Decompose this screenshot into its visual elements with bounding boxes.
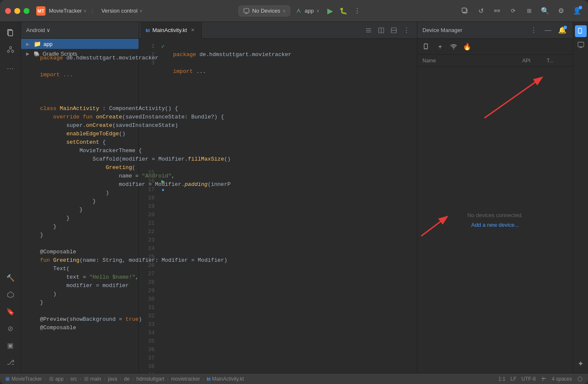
tab-filename: MainActivity.kt: [152, 27, 187, 33]
svg-rect-0: [244, 8, 249, 13]
device-manager-container: Device Manager ⋮ — 🔔 +: [417, 22, 588, 373]
layout-icon[interactable]: ⊞: [523, 5, 535, 17]
sync-icon[interactable]: ↺: [475, 5, 487, 17]
sidebar-item-structure[interactable]: [3, 42, 18, 57]
breadcrumb-main: main: [84, 376, 101, 382]
status-indent[interactable]: 4 spaces: [552, 376, 572, 382]
dm-more-button[interactable]: ⋮: [528, 25, 539, 36]
dm-fire-button[interactable]: 🔥: [461, 41, 473, 53]
tab-close-button[interactable]: ✕: [190, 27, 196, 34]
breadcrumb-sep-1: ›: [45, 376, 46, 382]
status-line-ending[interactable]: LF: [510, 376, 516, 382]
breadcrumb: M MovieTracker › app › src › main › java…: [5, 376, 495, 382]
dm-col-api: API: [522, 58, 543, 64]
sidebar-item-git[interactable]: ⎇: [3, 354, 18, 370]
search-icon[interactable]: 🔍: [539, 5, 551, 17]
breadcrumb-sep-8: ›: [203, 376, 204, 382]
breadcrumb-src: src: [70, 376, 77, 382]
sidebar-item-more[interactable]: …: [3, 59, 18, 74]
line-numbers: 1 2 3 15 16 17 18 19 20 21 22 23 24 25 2…: [139, 39, 158, 373]
titlebar-center: No Devices ∨ app ∨ ▶ 🐛 ⋮: [146, 5, 456, 17]
code-content[interactable]: package de.hdmstuttgart.movietracker imp…: [168, 39, 417, 373]
code-editor[interactable]: 1 2 3 15 16 17 18 19 20 21 22 23 24 25 2…: [139, 39, 417, 373]
device-icon: [243, 8, 250, 14]
breadcrumb-java: java: [108, 376, 117, 382]
file-tree-panel: Android ∨ ▶ 📁 app ▶ 🐘 Gradle Scripts: [21, 22, 139, 373]
svg-rect-6: [8, 30, 13, 36]
sidebar-item-build[interactable]: 🔨: [3, 270, 18, 285]
sidebar-item-plugins[interactable]: [3, 287, 18, 302]
device-selector-label: No Devices: [252, 8, 280, 14]
sidebar-icons: … 🔨 🔖 ⊘ ▣ ⎇: [0, 22, 21, 373]
titlebar-right: ↺ ≡≡ ⟳ ⊞ 🔍 ⚙ 👤: [459, 5, 583, 17]
breadcrumb-filename: kt MainActivity.kt: [207, 376, 244, 382]
tree-label-app: app: [43, 41, 53, 47]
git-status-icon: [577, 376, 583, 382]
breadcrumb-hdmstuttgart: hdmstuttgart: [136, 376, 165, 382]
svg-rect-24: [578, 42, 584, 47]
status-position[interactable]: 1:1: [498, 376, 505, 382]
editor-expand[interactable]: [388, 25, 399, 36]
app-selector[interactable]: app ∨: [292, 6, 323, 16]
maximize-button[interactable]: [24, 8, 29, 14]
copy-icon[interactable]: [459, 5, 471, 17]
tree-item-gradle[interactable]: ▶ 🐘 Gradle Scripts: [21, 49, 139, 59]
dm-empty-state: No devices connected. Add a new device..…: [417, 67, 573, 373]
folder-icon-app: 📁: [34, 40, 41, 47]
more-run-button[interactable]: ⋮: [351, 5, 363, 17]
project-chevron: ∨: [83, 8, 86, 13]
account-icon[interactable]: 👤: [571, 5, 583, 17]
breadcrumb-sep-6: ›: [132, 376, 134, 382]
dm-minimize-button[interactable]: —: [543, 25, 553, 36]
dm-notification-button[interactable]: 🔔: [557, 25, 568, 36]
breadcrumb-app: app: [49, 376, 64, 382]
tree-label-gradle: Gradle Scripts: [43, 51, 77, 57]
app-chevron: ∨: [316, 8, 319, 13]
right-panel-buttons: ✦: [573, 22, 588, 373]
run-button[interactable]: ▶: [324, 5, 336, 17]
svg-point-8: [7, 51, 9, 53]
svg-marker-12: [8, 292, 13, 298]
svg-line-11: [11, 49, 13, 51]
svg-point-9: [11, 51, 13, 53]
editor-more[interactable]: ⋮: [401, 25, 412, 36]
sidebar-item-files[interactable]: [3, 25, 18, 40]
minimize-button[interactable]: [14, 8, 20, 14]
version-control-selector[interactable]: Version control ∨: [102, 8, 142, 14]
tree-arrow-app: ▶: [26, 42, 31, 46]
rpanel-device-manager[interactable]: [575, 25, 587, 37]
dm-virtual-tab[interactable]: [421, 41, 433, 53]
dm-toolbar: + 🔥: [417, 39, 573, 55]
statusbar: M MovieTracker › app › src › main › java…: [0, 373, 588, 384]
debug-button[interactable]: 🐛: [338, 5, 350, 17]
tree-item-app[interactable]: ▶ 📁 app: [21, 39, 139, 49]
settings-icon[interactable]: ⚙: [555, 5, 567, 17]
profile-icon[interactable]: ⟳: [507, 5, 519, 17]
project-name[interactable]: MovieTracker ∨: [49, 8, 86, 14]
dm-header: Device Manager ⋮ — 🔔: [417, 22, 573, 39]
dm-add-button[interactable]: +: [434, 41, 446, 53]
breadcrumb-sep-7: ›: [167, 376, 168, 382]
editor-view-list[interactable]: [363, 25, 374, 36]
breadcrumb-de: de: [124, 376, 129, 382]
dm-add-device-link[interactable]: Add a new device...: [471, 222, 519, 228]
android-selector[interactable]: Android ∨: [26, 27, 51, 33]
svg-rect-4: [462, 8, 466, 12]
sidebar-item-bookmarks[interactable]: 🔖: [3, 304, 18, 319]
sidebar-item-problems[interactable]: ⊘: [3, 321, 18, 336]
list-icon[interactable]: ≡≡: [491, 5, 503, 17]
svg-point-33: [578, 377, 582, 381]
traffic-lights: [5, 8, 29, 14]
close-button[interactable]: [5, 8, 11, 14]
breadcrumb-sep-5: ›: [120, 376, 121, 382]
rpanel-plus[interactable]: ✦: [575, 358, 587, 370]
editor-tabs: kt MainActivity.kt ✕: [139, 22, 417, 39]
editor-tab-mainactivity[interactable]: kt MainActivity.kt ✕: [141, 22, 202, 39]
editor-split-vertical[interactable]: [376, 25, 387, 36]
rpanel-emulator[interactable]: [575, 39, 587, 51]
dm-wifi-button[interactable]: [448, 41, 460, 53]
sidebar-item-terminal[interactable]: ▣: [3, 338, 18, 353]
breadcrumb-sep-2: ›: [66, 376, 68, 382]
status-encoding[interactable]: UTF-8: [521, 376, 536, 382]
device-selector[interactable]: No Devices ∨: [238, 5, 290, 16]
